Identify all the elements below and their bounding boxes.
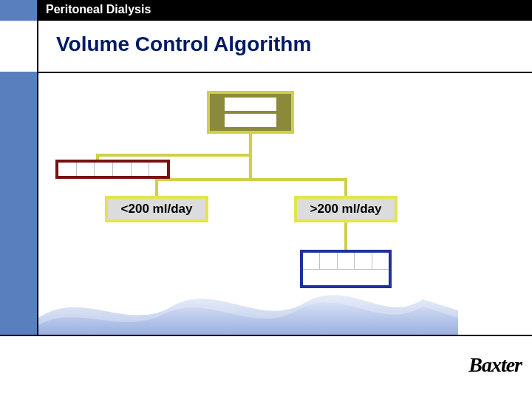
flow-node-end xyxy=(300,250,392,288)
flow-node-intermediate xyxy=(55,160,170,179)
divider-title xyxy=(37,72,532,73)
divider-vertical-right-top xyxy=(460,0,462,21)
flow-branch-left: <200 ml/day xyxy=(105,196,208,222)
flow-branch-right-label: >200 ml/day xyxy=(310,202,382,216)
flow-branch-left-label: <200 ml/day xyxy=(121,202,193,216)
flow-node-start xyxy=(207,91,294,134)
page-title: Volume Control Algorithm xyxy=(56,33,311,56)
connector xyxy=(155,178,347,181)
header-accent-block xyxy=(0,0,37,21)
connector xyxy=(96,154,252,157)
connector xyxy=(344,222,347,251)
connector xyxy=(249,133,252,155)
header-bar: Peritoneal Dialysis xyxy=(0,0,532,21)
brand-logo: Baxter xyxy=(468,353,522,377)
flow-node-start-row2 xyxy=(225,114,276,127)
flowchart: <200 ml/day >200 ml/day xyxy=(66,89,443,318)
connector xyxy=(155,178,158,197)
flow-branch-right: >200 ml/day xyxy=(294,196,398,222)
left-accent-bar xyxy=(0,72,37,335)
flow-node-start-row1 xyxy=(225,98,276,111)
divider-bottom xyxy=(0,335,532,336)
header-topic: Peritoneal Dialysis xyxy=(46,3,151,16)
connector xyxy=(249,154,252,180)
connector xyxy=(344,178,347,197)
